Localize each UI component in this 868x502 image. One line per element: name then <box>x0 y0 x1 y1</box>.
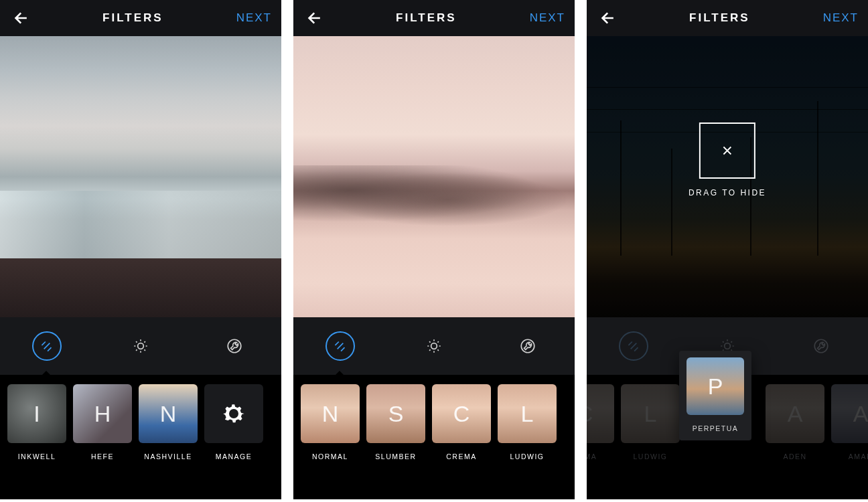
filter-label: LUDWIG <box>497 452 557 461</box>
tools-button[interactable] <box>220 331 249 361</box>
filter-label: NASHVILLE <box>138 452 198 461</box>
tools-button[interactable] <box>806 331 836 361</box>
filter-thumbnail: N <box>139 384 198 443</box>
next-button[interactable]: NEXT <box>530 11 565 25</box>
filter-letter: P <box>708 373 723 400</box>
filter-label: PERPETUA <box>686 424 745 432</box>
page-title: FILTERS <box>689 11 750 25</box>
filter-label: MANAGE <box>204 452 264 461</box>
filter-letter: N <box>322 401 339 427</box>
filter-amaro[interactable]: A AMAR <box>828 384 868 461</box>
next-button[interactable]: NEXT <box>823 11 859 25</box>
arrow-left-icon <box>597 9 615 27</box>
decoration <box>587 87 868 88</box>
arrow-left-icon <box>304 9 321 27</box>
filter-label: LUDWIG <box>620 452 680 461</box>
lux-tool-button[interactable] <box>419 331 449 361</box>
screen-3: FILTERS NEXT DRAG TO HIDE C REMA <box>587 0 868 499</box>
drop-box <box>699 122 755 179</box>
decoration <box>817 101 818 256</box>
filter-thumbnail: L <box>621 384 680 443</box>
close-icon <box>720 143 735 158</box>
filter-thumbnail: A <box>766 384 824 443</box>
filter-letter: I <box>33 401 40 427</box>
page-title: FILTERS <box>102 11 163 25</box>
filter-thumbnail: P <box>686 357 744 415</box>
filter-thumbnail: S <box>366 384 425 443</box>
filter-letter: A <box>788 401 803 427</box>
hide-filter-drop-target[interactable]: DRAG TO HIDE <box>689 122 766 197</box>
filters-tool-button[interactable] <box>32 331 62 361</box>
svg-point-2 <box>431 343 437 349</box>
filters-tool-button[interactable] <box>619 331 648 361</box>
filter-label: INKWELL <box>7 452 67 461</box>
tools-button[interactable] <box>513 331 542 361</box>
photo-preview[interactable] <box>0 36 281 317</box>
filter-ludwig[interactable]: L LUDWIG <box>618 384 683 461</box>
filter-letter: L <box>521 401 534 427</box>
gear-icon <box>220 400 248 428</box>
back-button[interactable] <box>596 8 616 28</box>
filter-label: AMAR <box>830 452 868 461</box>
back-button[interactable] <box>303 8 323 28</box>
filters-icon <box>332 337 349 355</box>
edit-tools-row <box>0 317 281 375</box>
header: FILTERS NEXT <box>0 0 281 36</box>
filter-label: SLUMBER <box>366 452 426 461</box>
photo-preview[interactable]: DRAG TO HIDE <box>587 36 868 317</box>
filter-label: NORMAL <box>300 452 360 461</box>
drop-label: DRAG TO HIDE <box>689 188 766 197</box>
filter-thumbnail: L <box>498 384 557 443</box>
filter-hefe[interactable]: H HEFE <box>70 384 135 461</box>
decoration <box>671 149 672 256</box>
filter-thumbnail: I <box>7 384 66 443</box>
filter-slumber[interactable]: S SLUMBER <box>363 384 429 461</box>
filter-strip[interactable]: N NORMAL S SLUMBER C CREMA L LUDWIG <box>293 375 575 499</box>
filter-letter: S <box>388 401 404 427</box>
filters-tool-button[interactable] <box>326 331 355 361</box>
filter-inkwell[interactable]: I INKWELL <box>4 384 70 461</box>
svg-point-0 <box>138 343 144 349</box>
filter-thumbnail <box>204 384 263 443</box>
filter-label: ADEN <box>765 452 825 461</box>
filter-nashville[interactable]: N NASHVILLE <box>135 384 201 461</box>
filter-aden[interactable]: A ADEN <box>762 384 828 461</box>
filter-letter: A <box>853 401 868 427</box>
svg-point-5 <box>814 339 828 353</box>
lux-tool-button[interactable] <box>126 331 155 361</box>
photo-preview[interactable] <box>293 36 575 317</box>
filter-thumbnail: A <box>831 384 868 443</box>
sun-icon <box>425 337 443 355</box>
dragged-filter-card[interactable]: P PERPETUA <box>679 351 751 440</box>
filter-crema[interactable]: C REMA <box>587 384 618 461</box>
filter-strip[interactable]: I INKWELL H HEFE N NASHVILLE MANAGE <box>0 375 281 499</box>
filters-icon <box>38 337 56 355</box>
screen-1: FILTERS NEXT I INKWELL H HEFE N NASHVILL… <box>0 0 281 499</box>
wrench-icon <box>226 337 243 355</box>
filter-label: REMA <box>587 452 615 461</box>
page-title: FILTERS <box>396 11 457 25</box>
filter-letter: L <box>644 401 657 427</box>
filter-letter: C <box>453 401 470 427</box>
filter-thumbnail: N <box>301 384 360 443</box>
manage-filters-button[interactable]: MANAGE <box>201 384 267 461</box>
edit-tools-row <box>293 317 575 375</box>
filter-letter: H <box>94 401 111 427</box>
header: FILTERS NEXT <box>587 0 868 36</box>
filter-thumbnail: H <box>73 384 132 443</box>
svg-point-3 <box>521 339 534 353</box>
filter-normal[interactable]: N NORMAL <box>297 384 363 461</box>
wrench-icon <box>519 337 536 355</box>
filter-label: HEFE <box>72 452 133 461</box>
back-button[interactable] <box>9 8 29 28</box>
filter-thumbnail: C <box>587 384 614 443</box>
filter-label: CREMA <box>431 452 492 461</box>
filter-ludwig[interactable]: L LUDWIG <box>494 384 560 461</box>
filter-letter: N <box>160 401 177 427</box>
decoration <box>620 120 622 256</box>
wrench-icon <box>812 337 830 355</box>
decoration <box>587 109 868 110</box>
sun-icon <box>132 337 149 355</box>
filter-crema[interactable]: C CREMA <box>429 384 494 461</box>
next-button[interactable]: NEXT <box>236 11 272 25</box>
